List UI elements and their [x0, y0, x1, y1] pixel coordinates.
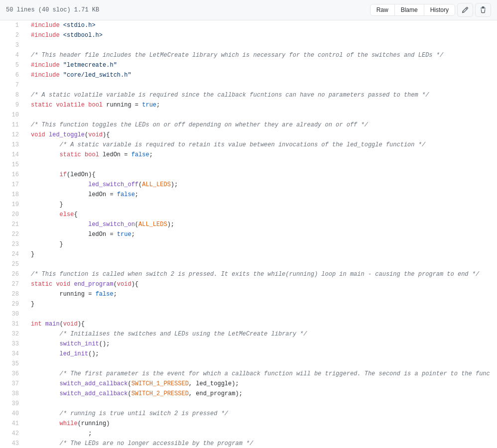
line-num: 4 [0, 50, 25, 60]
edit-button[interactable] [457, 3, 473, 17]
table-row: 9 static volatile bool running = true; [0, 100, 497, 110]
line-num: 5 [0, 60, 25, 70]
table-row: 13 /* A static variable is required to r… [0, 140, 497, 150]
table-row: 14 static bool ledOn = false; [0, 150, 497, 160]
table-row: 23 } [0, 239, 497, 249]
line-content: void led_toggle(void){ [25, 130, 497, 140]
file-meta: 50 lines (40 sloc) 1.71 KB [6, 6, 99, 13]
delete-button[interactable] [475, 3, 491, 17]
line-content: if(ledOn){ [25, 170, 497, 180]
line-num: 33 [0, 339, 25, 349]
line-content [25, 110, 497, 120]
line-num: 17 [0, 180, 25, 190]
table-row: 17 led_switch_off(ALL_LEDS); [0, 180, 497, 190]
line-num: 16 [0, 170, 25, 180]
line-content: /* This function toggles the LEDs on or … [25, 120, 497, 130]
line-content: #include <stdio.h> [25, 20, 497, 30]
line-content: ledOn = true; [25, 229, 497, 239]
line-num: 13 [0, 140, 25, 150]
line-num: 19 [0, 200, 25, 210]
line-num: 12 [0, 130, 25, 140]
table-row: 27 static void end_program(void){ [0, 279, 497, 289]
table-row: 12 void led_toggle(void){ [0, 130, 497, 140]
table-row: 18 ledOn = false; [0, 190, 497, 200]
line-content: #include <stdbool.h> [25, 30, 497, 40]
table-row: 4 /* This header file includes the LetMe… [0, 50, 497, 60]
table-row: 34 led_init(); [0, 349, 497, 359]
line-num: 1 [0, 20, 25, 30]
table-row: 10 [0, 110, 497, 120]
line-num: 34 [0, 349, 25, 359]
line-num: 29 [0, 299, 25, 309]
line-content: switch_add_callback(SWITCH_1_PRESSED, le… [25, 379, 497, 389]
line-content: /* The LEDs are no longer accessible by … [25, 439, 497, 448]
line-num: 21 [0, 220, 25, 229]
table-row: 36 /* The first parameter is the event f… [0, 369, 497, 379]
line-content: static void end_program(void){ [25, 279, 497, 289]
line-num: 24 [0, 249, 25, 259]
table-row: 24 } [0, 249, 497, 259]
header-actions: Raw Blame History [370, 3, 491, 17]
line-num: 20 [0, 210, 25, 220]
code-table: 1 #include <stdio.h> 2 #include <stdbool… [0, 20, 497, 448]
line-content: #include "core/led_switch.h" [25, 70, 497, 80]
line-content: #include "letmecreate.h" [25, 60, 497, 70]
table-row: 21 led_switch_on(ALL_LEDS); [0, 220, 497, 229]
line-content: static bool ledOn = false; [25, 150, 497, 160]
line-num: 38 [0, 389, 25, 399]
history-button[interactable]: History [424, 4, 455, 15]
line-content: /* A static variable is required to reta… [25, 140, 497, 150]
table-row: 42 ; [0, 429, 497, 439]
line-num: 2 [0, 30, 25, 40]
blame-button[interactable]: Blame [395, 4, 424, 15]
line-num: 25 [0, 259, 25, 269]
line-num: 7 [0, 80, 25, 90]
table-row: 30 [0, 309, 497, 319]
table-row: 26 /* This function is called when switc… [0, 269, 497, 279]
view-button-group: Raw Blame History [370, 4, 455, 16]
line-content [25, 80, 497, 90]
line-content [25, 160, 497, 170]
raw-button[interactable]: Raw [371, 4, 395, 15]
line-content [25, 40, 497, 50]
line-num: 26 [0, 269, 25, 279]
line-content: int main(void){ [25, 319, 497, 329]
table-row: 28 running = false; [0, 289, 497, 299]
table-row: 2 #include <stdbool.h> [0, 30, 497, 40]
table-row: 41 while(running) [0, 419, 497, 429]
line-content: /* running is true until switch 2 is pre… [25, 409, 497, 419]
line-content: else{ [25, 210, 497, 220]
table-row: 35 [0, 359, 497, 369]
line-content: static volatile bool running = true; [25, 100, 497, 110]
line-num: 27 [0, 279, 25, 289]
line-num: 3 [0, 40, 25, 50]
pencil-icon [462, 6, 469, 13]
line-num: 41 [0, 419, 25, 429]
line-content: running = false; [25, 289, 497, 299]
line-content: } [25, 249, 497, 259]
line-num: 22 [0, 229, 25, 239]
file-header: 50 lines (40 sloc) 1.71 KB Raw Blame His… [0, 0, 497, 20]
line-num: 30 [0, 309, 25, 319]
line-content: switch_init(); [25, 339, 497, 349]
line-content: ledOn = false; [25, 190, 497, 200]
line-num: 8 [0, 90, 25, 100]
line-num: 6 [0, 70, 25, 80]
table-row: 37 switch_add_callback(SWITCH_1_PRESSED,… [0, 379, 497, 389]
line-num: 11 [0, 120, 25, 130]
table-row: 19 } [0, 200, 497, 210]
line-num: 18 [0, 190, 25, 200]
line-num: 9 [0, 100, 25, 110]
table-row: 39 [0, 399, 497, 409]
table-row: 22 ledOn = true; [0, 229, 497, 239]
table-row: 33 switch_init(); [0, 339, 497, 349]
line-content: } [25, 299, 497, 309]
line-num: 35 [0, 359, 25, 369]
table-row: 16 if(ledOn){ [0, 170, 497, 180]
code-container: 1 #include <stdio.h> 2 #include <stdbool… [0, 20, 497, 448]
line-content: /* Initialises the switches and LEDs usi… [25, 329, 497, 339]
table-row: 15 [0, 160, 497, 170]
line-num: 39 [0, 399, 25, 409]
line-content [25, 359, 497, 369]
line-content: led_switch_off(ALL_LEDS); [25, 180, 497, 190]
